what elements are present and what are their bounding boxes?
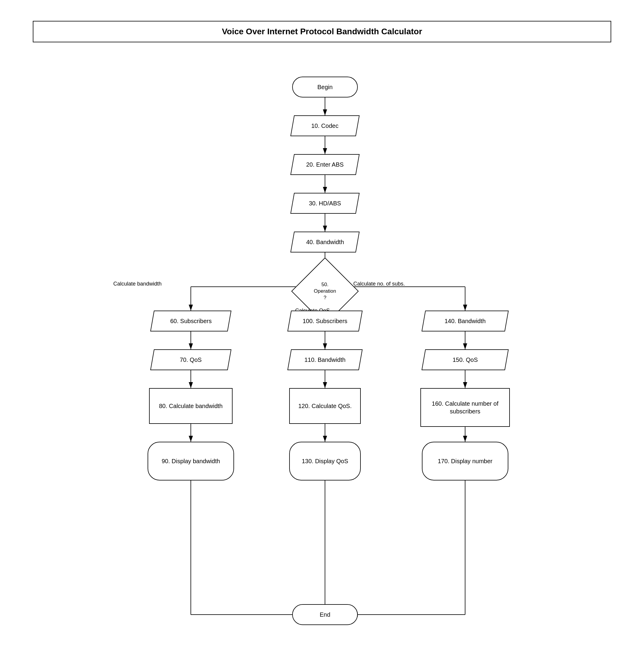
label-calc-bandwidth: Calculate bandwidth <box>113 281 162 287</box>
node-40: 40. Bandwidth <box>291 232 360 253</box>
node-100: 100. Subscribers <box>288 311 363 331</box>
node-80: 80. Calculate bandwidth <box>149 388 233 424</box>
begin-node: Begin <box>292 77 358 97</box>
node-30: 30. HD/ABS <box>291 193 360 214</box>
page: Voice Over Internet Protocol Bandwidth C… <box>24 12 620 662</box>
node-130: 130. Display QoS <box>289 442 361 480</box>
node-90: 90. Display bandwidth <box>147 442 234 480</box>
node-120: 120. Calculate QoS. <box>289 388 361 424</box>
node-160: 160. Calculate number of subscribers <box>420 388 510 427</box>
node-110: 110. Bandwidth <box>288 349 363 370</box>
end-node: End <box>292 604 358 625</box>
node-170: 170. Display number <box>422 442 508 480</box>
node-140: 140. Bandwidth <box>421 311 509 331</box>
title: Voice Over Internet Protocol Bandwidth C… <box>33 21 611 42</box>
node-10: 10. Codec <box>291 115 360 136</box>
label-calc-no-subs: Calculate no. of subs. <box>353 281 405 287</box>
node-150: 150. QoS <box>421 349 509 370</box>
node-60: 60. Subscribers <box>150 311 231 331</box>
node-20: 20. Enter ABS <box>291 154 360 175</box>
diagram: Begin 10. Codec 20. Enter ABS 30. HD/ABS… <box>33 60 611 656</box>
node-70: 70. QoS <box>150 349 231 370</box>
